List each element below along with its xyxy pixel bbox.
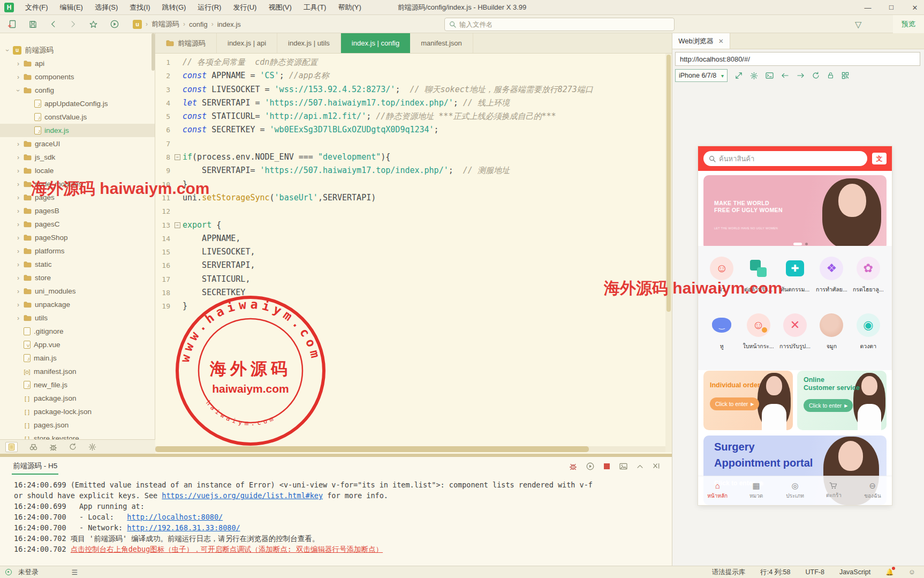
tab-ของฉัน[interactable]: ⊖ของฉัน [853, 476, 892, 505]
individual-order-card[interactable]: Individual order Click to enter▶ [703, 371, 793, 430]
code-editor[interactable]: 前端源码index.js | apiindex.js | utilsindex.… [155, 33, 672, 454]
code-area[interactable]: 1// 各项全局常量 cdn静态资源配置2const APPNAME = 'CS… [155, 54, 672, 432]
lock-icon[interactable] [827, 72, 834, 79]
tree-item-pages[interactable]: ›pages [0, 191, 155, 204]
tree-item-store[interactable]: ›store [0, 271, 155, 284]
tree-item-constvalue-js[interactable]: JconstValue.js [0, 110, 155, 124]
tree-item--gitignore[interactable]: .gitignore [0, 325, 155, 338]
console-toggle-icon[interactable] [5, 442, 18, 452]
login-status[interactable]: 未登录 [18, 568, 39, 577]
click-to-enter-button[interactable]: Click to enter▶ [710, 397, 759, 410]
device-selector[interactable]: iPhone 6/7/8▾ [675, 69, 728, 82]
forward-icon[interactable] [70, 20, 77, 28]
tree-item-pagesc[interactable]: ›pagesC [0, 217, 155, 231]
quick-entry-ต่อต้านริ้ว-[interactable]: ต่อต้านริ้ว... [740, 250, 776, 307]
console-icon[interactable] [766, 72, 774, 79]
quick-entry-ใบหน้ากระ-[interactable]: ☺ใบหน้ากระ... [740, 307, 776, 364]
resize-icon[interactable] [735, 72, 743, 79]
tab-หน้าหลัก[interactable]: ⌂หน้าหลัก [698, 476, 737, 505]
customer-service-card[interactable]: Online Customer service Click to enter▶ [797, 371, 887, 430]
tree-item-components[interactable]: ›components [0, 70, 155, 84]
maximize-button[interactable]: ☐ [888, 4, 895, 11]
status-语法提示库[interactable]: 语法提示库 [712, 568, 746, 577]
quick-entry-ทันตกรรม-[interactable]: ✚ทันตกรรม... [777, 250, 813, 307]
sidebar-scrollbar[interactable] [152, 33, 155, 71]
click-to-enter-button[interactable]: Click to enter▶ [804, 399, 853, 412]
breadcrumb-item-index-js[interactable]: index.js [217, 20, 241, 28]
save-icon[interactable] [29, 20, 37, 28]
tree-item-pagesb[interactable]: ›pagesB [0, 204, 155, 217]
breadcrumb-item-config[interactable]: config [189, 20, 208, 28]
menu-item-运行-r-[interactable]: 运行(R) [192, 0, 227, 14]
close-panel-icon[interactable] [653, 463, 660, 469]
editor-tab-index-js-utils[interactable]: index.js | utils [277, 33, 341, 53]
search-in-files-icon[interactable] [29, 443, 37, 451]
editor-vscrollbar[interactable] [665, 54, 672, 452]
menu-item-发行-u-[interactable]: 发行(U) [227, 0, 262, 14]
search-input[interactable] [459, 21, 670, 28]
tree-item-main-js[interactable]: Jmain.js [0, 351, 155, 365]
console-link[interactable]: http://localhost:8080/ [127, 513, 223, 521]
menu-item-文件-f-[interactable]: 文件(F) [19, 0, 54, 14]
fold-icon[interactable]: − [175, 222, 180, 228]
quick-entry-จมูก[interactable]: จมูก [813, 307, 850, 364]
quick-entry-ผิว[interactable]: ☺ผิว [703, 250, 740, 307]
tab-หมวด[interactable]: ▦หมวด [737, 476, 775, 505]
promo-banner[interactable]: MAKE THE WORLD FREE OF UGLY WOMEN LET TH… [703, 175, 887, 250]
browser-tab-close-icon[interactable]: ✕ [718, 37, 724, 45]
debug-icon[interactable] [49, 443, 57, 451]
tree-item-package-json[interactable]: [ ]package.json [0, 392, 155, 405]
status-javascript[interactable]: JavaScript [839, 568, 870, 576]
tree-item-unpackage[interactable]: ›unpackage [0, 298, 155, 311]
quick-entry-หู[interactable]: ‿หู [703, 307, 740, 364]
quick-entry-ดวงตา[interactable]: ◉ดวงตา [850, 307, 887, 364]
tree-item-graceui[interactable]: ›graceUI [0, 137, 155, 151]
tree-item-index-js[interactable]: Jindex.js [0, 124, 155, 137]
tree-item-前端源码[interactable]: ›u前端源码 [0, 43, 155, 57]
back-icon[interactable] [50, 20, 57, 28]
editor-tab-index-js-api[interactable]: index.js | api [217, 33, 277, 53]
new-file-icon[interactable] [7, 20, 16, 28]
tree-item-api[interactable]: ›api [0, 57, 155, 70]
notification-bell-icon[interactable]: 🔔 [885, 568, 893, 576]
tree-item-uni-modules[interactable]: ›uni_modules [0, 284, 155, 298]
close-button[interactable]: ✕ [911, 4, 919, 12]
menu-item-视图-v-[interactable]: 视图(V) [262, 0, 297, 14]
star-icon[interactable] [89, 20, 97, 28]
tree-item-manifest-json[interactable]: [o]manifest.json [0, 365, 155, 378]
breadcrumb-item-前端源码[interactable]: 前端源码 [152, 19, 179, 29]
tree-item-package-lock-json[interactable]: [ ]package-lock.json [0, 405, 155, 418]
qr-icon[interactable] [842, 72, 849, 79]
tree-item-app-vue[interactable]: VApp.vue [0, 338, 155, 351]
tree-item-pages-json[interactable]: [ ]pages.json [0, 418, 155, 432]
tree-item-utils[interactable]: ›utils [0, 311, 155, 325]
browser-tab[interactable]: Web浏览器 ✕ [672, 33, 730, 49]
image-icon[interactable] [619, 463, 627, 470]
status-行-4-列-58[interactable]: 行:4 列:58 [760, 568, 790, 577]
editor-tab-manifest-json[interactable]: manifest.json [410, 33, 473, 53]
tree-item-appupdateconfig-js[interactable]: JappUpdateConfig.js [0, 97, 155, 110]
tree-item-new-file-js[interactable]: Jnew_file.js [0, 378, 155, 392]
tree-item-static[interactable]: ›static [0, 258, 155, 271]
panel-splitter[interactable] [0, 454, 672, 457]
bug-icon[interactable] [569, 462, 577, 470]
menu-item-工具-t-[interactable]: 工具(T) [298, 0, 332, 14]
tree-item-locale[interactable]: ›locale [0, 164, 155, 177]
menu-item-帮助-y-[interactable]: 帮助(Y) [332, 0, 367, 14]
quick-entry-การปรับรูป-[interactable]: ✕การปรับรูป... [777, 307, 813, 364]
fold-icon[interactable]: − [175, 154, 180, 160]
back-icon[interactable] [781, 72, 789, 79]
filter-funnel-icon[interactable]: ▽ [855, 19, 861, 29]
tree-item-node-modules[interactable]: ›node_modules [0, 177, 155, 191]
forward-icon[interactable] [797, 72, 805, 79]
settings-icon[interactable] [750, 72, 758, 80]
console-link[interactable]: http://192.168.31.33:8080/ [127, 523, 240, 532]
browser-url-input[interactable]: http://localhost:8080/#/ [675, 52, 920, 66]
editor-tab-前端源码[interactable]: 前端源码 [155, 33, 217, 53]
play-icon[interactable] [586, 462, 594, 470]
settings-icon[interactable] [88, 443, 96, 451]
preview-button[interactable]: 预览 [893, 15, 924, 33]
outline-list-icon[interactable]: ☰ [72, 568, 78, 576]
file-search[interactable] [444, 18, 675, 31]
tree-item-config[interactable]: ›config [0, 84, 155, 97]
